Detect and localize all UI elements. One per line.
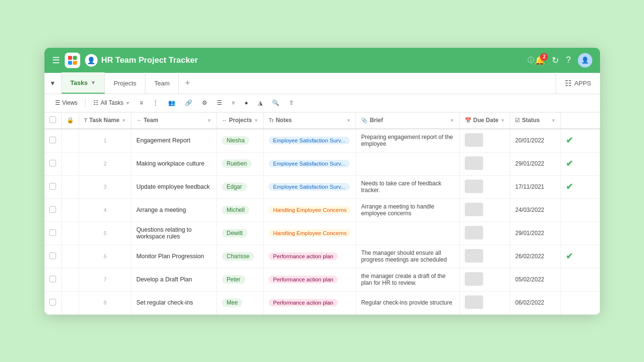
row-checkbox[interactable] xyxy=(49,276,56,282)
row-checkbox[interactable] xyxy=(49,137,56,143)
tab-tasks[interactable]: Tasks ▼ xyxy=(62,72,105,94)
task-col-sort[interactable]: ▼ xyxy=(121,118,126,123)
row-number: 8 xyxy=(79,291,131,314)
row-brief[interactable] xyxy=(459,198,510,222)
row-due-date: 24/03/2022 xyxy=(510,198,561,222)
select-all-checkbox[interactable] xyxy=(49,116,56,123)
col-header-team: ↔ Team ▼ xyxy=(131,112,217,129)
row-project[interactable]: Employee Satisfaction Surv... xyxy=(264,152,356,175)
table-row: 6 Monitor Plan Progression Charisse Perf… xyxy=(44,245,600,268)
row-task-name[interactable]: Engagement Report xyxy=(131,129,217,153)
row-brief[interactable] xyxy=(459,245,510,268)
row-team[interactable]: Michell xyxy=(217,198,264,222)
row-brief[interactable] xyxy=(459,222,510,245)
row-team[interactable]: Mee xyxy=(217,291,264,314)
row-brief[interactable] xyxy=(459,152,510,175)
row-brief[interactable] xyxy=(459,175,510,198)
row-task-name[interactable]: Making workplace culture xyxy=(131,152,217,175)
row-lock-cell xyxy=(62,198,79,222)
row-team[interactable]: Charisse xyxy=(217,245,264,268)
row-lock-cell xyxy=(62,175,79,198)
row-notes[interactable]: Needs to take care of feedback tracker. xyxy=(356,175,459,198)
brief-col-sort[interactable]: ▼ xyxy=(450,118,455,123)
notes-col-sort[interactable]: ▼ xyxy=(346,118,351,123)
list-button[interactable]: ☰ xyxy=(213,97,226,108)
row-project[interactable]: Employee Satisfaction Surv... xyxy=(264,175,356,198)
row-task-name[interactable]: Monitor Plan Progression xyxy=(131,245,217,268)
share-button[interactable]: ⇧ xyxy=(285,97,298,108)
color-button[interactable]: ● xyxy=(241,97,252,108)
row-team[interactable]: Rueben xyxy=(217,152,264,175)
row-notes[interactable]: The manager should ensure all progress m… xyxy=(356,245,459,268)
row-notes[interactable]: Arrange a meeting to handle employee con… xyxy=(356,198,459,222)
notification-button[interactable]: 🔔 2 xyxy=(534,55,545,66)
row-task-name[interactable]: Questions relating to workspace rules xyxy=(131,222,217,245)
notes-col-label: Notes xyxy=(276,117,292,124)
duedate-col-sort[interactable]: ▼ xyxy=(501,118,505,123)
table-button[interactable]: ◮ xyxy=(254,97,266,108)
row-project[interactable]: Employee Satisfaction Surv... xyxy=(264,129,356,153)
row-brief[interactable] xyxy=(459,129,510,153)
status-col-sort[interactable]: ▼ xyxy=(551,118,556,123)
apps-button[interactable]: ☷ APPS xyxy=(556,72,600,94)
row-task-name[interactable]: Update employee feedback xyxy=(131,175,217,198)
people-button[interactable]: 👥 xyxy=(164,97,179,108)
row-brief[interactable] xyxy=(459,268,510,291)
row-notes[interactable]: Preparing engagement report of the emplo… xyxy=(356,129,459,153)
row-checkbox[interactable] xyxy=(49,299,56,306)
row-checkbox[interactable] xyxy=(49,183,56,190)
row-project[interactable]: Handling Employee Concerns xyxy=(264,222,356,245)
row-task-name[interactable]: Develop a Draft Plan xyxy=(131,268,217,291)
all-tasks-button[interactable]: ☷ All Tasks ▼ xyxy=(89,97,134,108)
all-tasks-dropdown[interactable]: ▼ xyxy=(125,100,130,106)
hamburger-button[interactable]: ☰ xyxy=(52,55,60,66)
help-button[interactable]: ? xyxy=(566,55,571,65)
row-task-name[interactable]: Set regular check-ins xyxy=(131,291,217,314)
row-project[interactable]: Handling Employee Concerns xyxy=(264,198,356,222)
row-notes[interactable] xyxy=(356,222,459,245)
tab-team[interactable]: Team xyxy=(145,72,179,94)
row-brief[interactable] xyxy=(459,291,510,314)
team-col-sort[interactable]: ▼ xyxy=(207,118,212,123)
tab-expand-button[interactable]: ▼ xyxy=(44,72,62,94)
avatar[interactable]: 👤 xyxy=(578,53,592,68)
row-notes[interactable]: the manager create a draft of the plan f… xyxy=(356,268,459,291)
row-project[interactable]: Performance action plan xyxy=(264,268,356,291)
row-status xyxy=(561,222,600,245)
group-button[interactable]: ≡ xyxy=(136,97,147,108)
team-col-label: Team xyxy=(143,117,158,124)
row-checkbox[interactable] xyxy=(49,229,56,236)
grid-icon: ☷ xyxy=(93,99,99,106)
table-row: 4 Arrange a meeting Michell Handling Emp… xyxy=(44,198,600,222)
brief-placeholder xyxy=(465,156,483,170)
row-team[interactable]: Niesha xyxy=(217,129,264,153)
row-notes[interactable] xyxy=(356,152,459,175)
projects-col-sort[interactable]: ▼ xyxy=(254,118,258,123)
row-lock-cell xyxy=(62,245,79,268)
row-checkbox[interactable] xyxy=(49,160,56,167)
row-team[interactable]: Dewitt xyxy=(217,222,264,245)
task-col-icon: T xyxy=(84,117,87,123)
row-project[interactable]: Performance action plan xyxy=(264,245,356,268)
tab-tasks-dropdown[interactable]: ▼ xyxy=(90,80,96,85)
link-button[interactable]: 🔗 xyxy=(181,97,196,108)
tab-projects[interactable]: Projects xyxy=(105,72,145,94)
filter-settings-button[interactable]: ⚙ xyxy=(198,97,211,108)
row-team[interactable]: Peter xyxy=(217,268,264,291)
row-project[interactable]: Performance action plan xyxy=(264,291,356,314)
row-team[interactable]: Edgar xyxy=(217,175,264,198)
row-number: 3 xyxy=(79,175,131,198)
views-button[interactable]: ☰ Views xyxy=(51,97,82,108)
add-tab-button[interactable]: + xyxy=(179,72,196,94)
row-due-date: 26/02/2022 xyxy=(510,245,561,268)
info-icon[interactable]: ⓘ xyxy=(528,56,534,65)
row-checkbox[interactable] xyxy=(49,206,56,213)
row-checkbox[interactable] xyxy=(49,252,56,259)
history-button[interactable]: ↻ xyxy=(552,55,559,66)
search-button[interactable]: 🔍 xyxy=(268,97,283,108)
more-options-button[interactable]: ⋮ xyxy=(149,97,162,108)
funnel-button[interactable]: ▿ xyxy=(228,97,239,108)
row-task-name[interactable]: Arrange a meeting xyxy=(131,198,217,222)
row-notes[interactable]: Regular check-ins provide structure xyxy=(356,291,459,314)
list-icon: ☰ xyxy=(217,99,222,106)
